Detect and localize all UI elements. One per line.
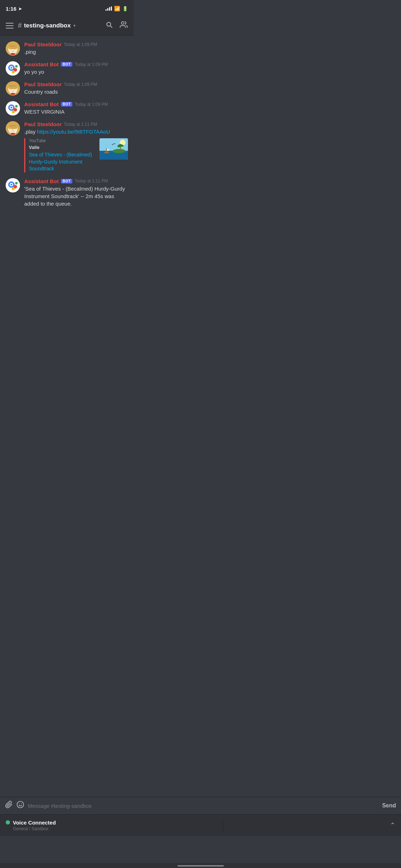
signal-icon [106,6,112,11]
message-header: Paul Steeldoor Today at 1:09 PM [24,41,128,47]
message-content: Paul Steeldoor Today at 1:09 PM Country … [24,81,128,95]
timestamp: Today at 1:11 PM [74,179,108,184]
timestamp: Today at 1:09 PM [74,62,108,67]
avatar [6,121,20,135]
message-content: Paul Steeldoor Today at 1:11 PM .play ht… [24,121,128,172]
svg-point-56 [15,182,18,184]
youtube-embed: YouTube Valle Sea of Thieves - (Becalmed… [24,138,128,172]
embed-source: YouTube [29,138,96,143]
header-actions [105,21,128,30]
bot-badge: BOT [61,62,73,67]
chevron-down-icon[interactable]: ▾ [73,23,76,28]
hamburger-button[interactable] [6,23,14,29]
message-row: Paul Steeldoor Today at 1:09 PM .ping [0,38,134,58]
timestamp: Today at 1:09 PM [64,42,97,47]
status-bar: 1:16 ➤ 📶 🔋 [0,0,134,16]
svg-point-13 [11,67,12,69]
svg-rect-49 [106,148,107,152]
svg-point-31 [12,110,15,113]
svg-point-0 [122,22,124,24]
hash-icon: # [18,21,22,30]
channel-title: # testing-sandbox ▾ [18,21,105,30]
members-button[interactable] [119,21,128,30]
svg-point-29 [11,107,12,109]
embed-author: Valle [29,145,96,150]
username: Paul Steeldoor [24,41,62,47]
svg-point-55 [12,187,15,190]
status-icons: 📶 🔋 [106,6,128,11]
message-row: Assistant Bot BOT Today at 1:11 PM 'Sea … [0,175,134,210]
username: Paul Steeldoor [24,121,62,127]
embed-title: Sea of Thieves - (Becalmed) Hurdy-Gurdy … [29,151,96,172]
message-header: Assistant Bot BOT Today at 1:11 PM [24,178,128,184]
avatar [6,41,20,56]
timestamp: Today at 1:09 PM [74,102,108,107]
message-text: 'Sea of Thieves - (Becalmed) Hurdy-Gurdy… [24,185,128,207]
message-row: Assistant Bot BOT Today at 1:09 PM WEST … [0,98,134,118]
timestamp: Today at 1:09 PM [64,82,97,87]
message-text: Country roads [24,88,128,95]
svg-point-15 [12,71,15,73]
avatar [6,61,20,76]
youtube-link[interactable]: https://youtu.be/9t8TFGTAAoU [37,129,110,135]
location-icon: ➤ [18,6,22,11]
search-button[interactable] [105,21,113,30]
bot-badge: BOT [61,179,73,184]
message-content: Assistant Bot BOT Today at 1:11 PM 'Sea … [24,178,128,207]
message-text: WEST VIRGINIA [24,108,128,115]
username: Assistant Bot [24,178,59,184]
avatar [6,101,20,115]
svg-point-45 [113,149,125,153]
channel-header: # testing-sandbox ▾ [0,16,134,36]
timestamp: Today at 1:11 PM [64,122,97,127]
status-time: 1:16 [6,6,16,12]
message-header: Paul Steeldoor Today at 1:09 PM [24,81,128,87]
battery-icon: 🔋 [122,6,128,11]
svg-point-53 [11,184,12,185]
bot-badge: BOT [61,102,73,107]
message-row: Assistant Bot BOT Today at 1:09 PM yo yo… [0,58,134,78]
message-row: Paul Steeldoor Today at 1:09 PM Country … [0,78,134,98]
messages-list: Paul Steeldoor Today at 1:09 PM .ping As… [0,36,134,242]
message-content: Assistant Bot BOT Today at 1:09 PM WEST … [24,101,128,115]
embed-info: YouTube Valle Sea of Thieves - (Becalmed… [29,138,96,172]
avatar [6,178,20,192]
message-row: Paul Steeldoor Today at 1:11 PM .play ht… [0,118,134,175]
channel-name: testing-sandbox [24,22,71,29]
message-content: Assistant Bot BOT Today at 1:09 PM yo yo… [24,61,128,76]
message-content: Paul Steeldoor Today at 1:09 PM .ping [24,41,128,56]
message-header: Assistant Bot BOT Today at 1:09 PM [24,61,128,67]
embed-thumbnail [99,138,128,160]
username: Assistant Bot [24,61,59,67]
message-header: Paul Steeldoor Today at 1:11 PM [24,121,128,127]
avatar [6,81,20,95]
username: Paul Steeldoor [24,81,62,87]
svg-point-16 [15,65,18,68]
message-text: .ping [24,48,128,56]
username: Assistant Bot [24,101,59,107]
wifi-icon: 📶 [114,6,120,11]
svg-point-32 [15,105,18,108]
message-header: Assistant Bot BOT Today at 1:09 PM [24,101,128,107]
message-text: yo yo yo [24,68,128,76]
message-text: .play https://youtu.be/9t8TFGTAAoU [24,128,128,135]
